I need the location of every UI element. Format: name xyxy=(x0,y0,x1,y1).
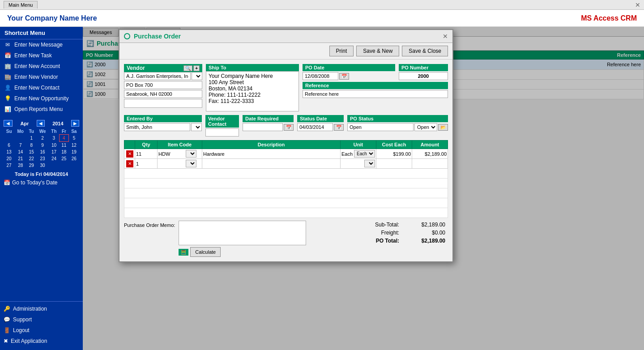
delete-row-1-button[interactable]: ✕ xyxy=(126,150,133,158)
cal-day-cell[interactable]: 16 xyxy=(36,149,49,155)
cal-day-cell[interactable]: 1 xyxy=(26,135,36,142)
description-1-input[interactable] xyxy=(203,151,339,157)
cal-day-cell[interactable]: 5 xyxy=(69,135,79,142)
status-date-calendar-btn[interactable]: 📅 xyxy=(334,124,344,131)
vendor-addr3 xyxy=(124,99,202,108)
cal-day-cell[interactable]: 27 xyxy=(4,162,14,169)
qty-1-input[interactable] xyxy=(136,151,154,157)
unit-2-dropdown[interactable] xyxy=(364,160,375,167)
cal-day-cell[interactable]: 20 xyxy=(4,155,14,162)
sidebar-item-contact[interactable]: 👤 Enter New Contact xyxy=(0,82,83,93)
cal-day-cell[interactable]: 2 xyxy=(36,135,49,142)
po-date-label: PO Date xyxy=(303,64,395,71)
sidebar-item-admin[interactable]: 🔑 Administration xyxy=(0,303,83,314)
cal-day-cell[interactable]: 22 xyxy=(26,155,36,162)
modal-close-button[interactable]: ✕ xyxy=(443,33,448,40)
delete-row-2-button[interactable]: ✕ xyxy=(126,160,133,167)
cost-each-2-input[interactable] xyxy=(382,161,411,166)
cal-day-cell[interactable]: 12 xyxy=(69,142,79,149)
cal-day-cell[interactable]: 23 xyxy=(36,155,49,162)
vendor-name-input[interactable] xyxy=(124,72,191,80)
cal-day-cell[interactable]: 29 xyxy=(26,162,36,169)
qty-2-input[interactable] xyxy=(136,161,154,166)
window-close[interactable]: ✕ xyxy=(635,1,640,9)
cal-day-cell[interactable]: 25 xyxy=(59,155,69,162)
cost-each-1-input[interactable] xyxy=(382,151,411,157)
cal-day-sa: Sa xyxy=(69,128,79,135)
cal-day-cell[interactable] xyxy=(14,135,26,142)
item-code-1-input[interactable] xyxy=(158,151,185,157)
cal-day-cell[interactable]: 30 xyxy=(36,162,49,169)
status-date-input[interactable] xyxy=(297,123,333,131)
cal-today-cell[interactable]: 4 xyxy=(59,135,69,142)
cal-day-cell[interactable]: 3 xyxy=(49,135,59,142)
cal-day-su: Su xyxy=(4,128,14,135)
po-status-dropdown[interactable]: Open xyxy=(414,123,437,131)
cal-day-cell[interactable]: 21 xyxy=(14,155,26,162)
po-date-calendar-btn[interactable]: 📅 xyxy=(339,73,349,80)
cal-day-cell[interactable]: 11 xyxy=(59,142,69,149)
freight-value: $0.00 xyxy=(402,229,448,237)
calculate-button[interactable]: Calculate xyxy=(190,247,221,257)
cal-day-cell[interactable]: 6 xyxy=(4,142,14,149)
cal-day-fr: Fr xyxy=(59,128,69,135)
po-status-input[interactable] xyxy=(347,123,414,131)
description-2-input[interactable] xyxy=(203,161,339,166)
po-date-input[interactable] xyxy=(303,72,338,80)
entered-by-input[interactable] xyxy=(124,123,190,131)
po-number-input[interactable] xyxy=(399,72,448,80)
vendor-search-icon[interactable]: 🔍 xyxy=(183,65,192,71)
sidebar-item-message[interactable]: ✉ Enter New Message xyxy=(0,39,83,50)
calculator-icon-btn[interactable]: 🧮 xyxy=(179,249,188,256)
print-button[interactable]: Print xyxy=(329,46,354,56)
memo-textarea[interactable] xyxy=(179,221,306,245)
cal-day-cell[interactable]: 7 xyxy=(14,142,26,149)
cal-prev-month[interactable]: ◀ xyxy=(4,120,13,127)
sidebar-item-task[interactable]: 📅 Enter New Task xyxy=(0,50,83,61)
cal-day-cell[interactable]: 19 xyxy=(69,149,79,155)
vendor-dropdown[interactable] xyxy=(192,72,202,80)
item-code-2-input[interactable] xyxy=(158,161,185,166)
cal-day-cell[interactable]: 9 xyxy=(36,142,49,149)
cal-day-cell[interactable]: 8 xyxy=(26,142,36,149)
cal-day-cell[interactable]: 10 xyxy=(49,142,59,149)
sidebar-item-account[interactable]: 🏢 Enter New Account xyxy=(0,61,83,72)
cal-day-cell[interactable]: 18 xyxy=(59,149,69,155)
vendor-add-icon[interactable]: + xyxy=(193,65,200,71)
modal-title-icon xyxy=(124,33,130,39)
company-name: Your Company Name Here xyxy=(7,14,97,22)
cal-prev-year[interactable]: ◀ xyxy=(37,120,45,127)
item-code-2-dropdown[interactable] xyxy=(186,160,196,167)
cal-day-cell[interactable] xyxy=(4,135,14,142)
line-items-table: Qty Item Code Description Unit Cost Each… xyxy=(124,140,448,218)
cal-day-cell[interactable]: 17 xyxy=(49,149,59,155)
po-status-folder-btn[interactable]: 📂 xyxy=(438,124,448,131)
save-close-button[interactable]: Save & Close xyxy=(402,46,448,56)
sidebar-item-logout[interactable]: 🚪 Logout xyxy=(0,325,83,336)
cal-day-cell[interactable]: 13 xyxy=(4,149,14,155)
reference-input[interactable] xyxy=(303,90,448,98)
cal-day-cell[interactable]: 24 xyxy=(49,155,59,162)
entered-by-dropdown[interactable] xyxy=(191,123,202,131)
save-new-button[interactable]: Save & New xyxy=(356,46,399,56)
cal-next-year[interactable]: ▶ xyxy=(71,120,79,127)
main-menu-tab[interactable]: Main Menu xyxy=(4,1,38,9)
amount-1-value: $2,189.00 xyxy=(425,151,447,157)
sidebar-item-reports[interactable]: 📊 Open Reports Menu xyxy=(0,104,83,115)
unit-1-dropdown[interactable]: Each xyxy=(354,150,375,158)
date-required-calendar-btn[interactable]: 📅 xyxy=(284,124,294,131)
sidebar-item-exit[interactable]: ✖ Exit Application xyxy=(0,336,83,346)
sidebar-item-support[interactable]: 💬 Support xyxy=(0,314,83,325)
line-item-empty-row xyxy=(124,169,448,179)
vendor-contact-input[interactable] xyxy=(205,128,239,137)
cal-day-cell[interactable]: 26 xyxy=(69,155,79,162)
cal-day-cell[interactable]: 15 xyxy=(26,149,36,155)
cal-day-cell[interactable]: 14 xyxy=(14,149,26,155)
goto-today[interactable]: 📅 Go to Today's Date xyxy=(4,179,79,186)
item-code-1-dropdown[interactable] xyxy=(186,150,196,158)
cal-day-cell[interactable]: 28 xyxy=(14,162,26,169)
date-required-input[interactable] xyxy=(243,123,283,131)
line-item-empty-row xyxy=(124,198,448,208)
sidebar-item-opportunity[interactable]: 💡 Enter New Opportunity xyxy=(0,93,83,104)
sidebar-item-vendor[interactable]: 🏬 Enter New Vendor xyxy=(0,72,83,82)
